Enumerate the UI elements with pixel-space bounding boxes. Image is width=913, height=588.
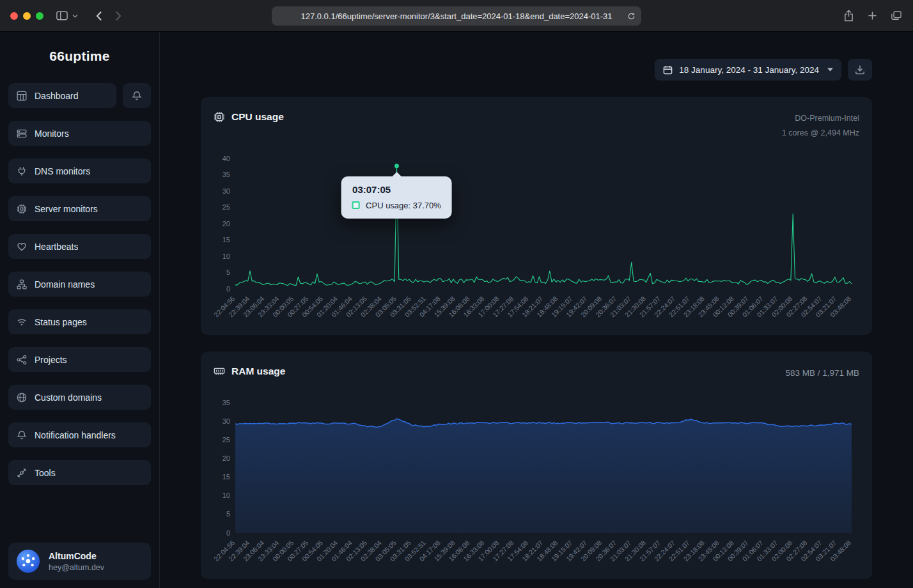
sidebar-item-label: Monitors — [35, 128, 69, 139]
signal-icon — [17, 317, 27, 327]
sidebar-nav: DashboardMonitorsDNS monitorsServer moni… — [8, 83, 151, 485]
back-button[interactable] — [96, 11, 102, 21]
svg-text:35: 35 — [222, 171, 230, 178]
cpu-chip-icon — [214, 111, 225, 123]
address-bar[interactable]: 127.0.0.1/66uptime/server-monitor/3&star… — [272, 6, 641, 26]
cpu-usage-card: CPU usage DO-Premium-Intel 1 cores @ 2,4… — [201, 97, 872, 335]
sidebar: 66uptime DashboardMonitorsDNS monitorsSe… — [0, 32, 160, 588]
svg-text:35: 35 — [222, 399, 230, 406]
account-name: AltumCode — [49, 551, 104, 561]
svg-text:0: 0 — [226, 285, 230, 293]
server-plan: DO-Premium-Intel — [782, 111, 859, 126]
ram-chart-area: 0510152025303522:04:5622:39:0423:06:0423… — [214, 392, 859, 576]
plug-icon — [17, 166, 27, 176]
zoom-window-button[interactable] — [36, 12, 43, 20]
svg-text:15: 15 — [222, 473, 230, 481]
grid-icon — [17, 91, 27, 101]
nodes-icon — [17, 355, 27, 365]
server-specs: DO-Premium-Intel 1 cores @ 2,494 MHz — [782, 111, 859, 141]
svg-text:5: 5 — [226, 268, 230, 276]
main-content: 18 January, 2024 - 31 January, 2024 CPU … — [160, 32, 913, 588]
share-button[interactable] — [844, 10, 854, 22]
chip-icon — [17, 204, 27, 214]
date-range-label: 18 January, 2024 - 31 January, 2024 — [679, 65, 819, 75]
memory-icon — [214, 366, 225, 377]
close-window-button[interactable] — [10, 12, 18, 20]
svg-text:25: 25 — [222, 436, 230, 444]
sidebar-item-heartbeats[interactable]: Heartbeats — [8, 234, 151, 259]
tooltip-value: CPU usage: 37.70% — [366, 201, 441, 210]
account-info: AltumCode hey@altum.dev — [49, 551, 104, 572]
account-email: hey@altum.dev — [49, 563, 104, 572]
toolbar: 18 January, 2024 - 31 January, 2024 — [201, 59, 872, 81]
calendar-icon — [663, 65, 673, 75]
sidebar-toggle-button[interactable] — [56, 11, 68, 20]
cpu-chart-area: 051015202530354022:04:5622:39:0423:06:04… — [214, 148, 859, 332]
chrome-actions — [844, 10, 901, 22]
ram-total: 583 MB / 1,971 MB — [785, 366, 859, 382]
download-button[interactable] — [848, 59, 872, 81]
chart-tooltip: 03:07:05 CPU usage: 37.70% — [341, 176, 452, 219]
cpu-usage-chart[interactable]: 051015202530354022:04:5622:39:0423:06:04… — [214, 148, 859, 332]
brand: 66uptime — [8, 49, 151, 64]
tooltip-time: 03:07:05 — [352, 184, 441, 195]
sidebar-item-label: DNS monitors — [35, 166, 90, 176]
altumcode-logo-icon — [16, 549, 40, 573]
sidebar-item-label: Notification handlers — [35, 430, 116, 440]
globe-icon — [17, 392, 27, 403]
sidebar-item-server-monitors[interactable]: Server monitors — [8, 196, 151, 221]
cpu-series-swatch — [352, 201, 360, 209]
url-text: 127.0.0.1/66uptime/server-monitor/3&star… — [300, 12, 612, 21]
notifications-button[interactable] — [123, 83, 151, 108]
sidebar-item-label: Status pages — [35, 317, 87, 327]
sidebar-item-custom-domains[interactable]: Custom domains — [8, 385, 151, 410]
caret-down-icon — [827, 68, 833, 72]
tab-overview-button[interactable] — [891, 10, 901, 22]
sidebar-item-notification-handlers[interactable]: Notification handlers — [8, 422, 151, 447]
date-range-picker[interactable]: 18 January, 2024 - 31 January, 2024 — [655, 59, 841, 81]
browser-chrome: 127.0.0.1/66uptime/server-monitor/3&star… — [0, 0, 913, 32]
svg-text:25: 25 — [222, 203, 230, 211]
sidebar-item-label: Dashboard — [35, 91, 79, 101]
svg-text:5: 5 — [226, 511, 230, 518]
sidebar-item-dns-monitors[interactable]: DNS monitors — [8, 159, 151, 183]
sidebar-item-label: Domain names — [35, 279, 95, 290]
monitors-icon — [17, 128, 27, 139]
sidebar-item-monitors[interactable]: Monitors — [8, 121, 151, 146]
sitemap-icon — [17, 279, 27, 290]
sidebar-item-projects[interactable]: Projects — [8, 347, 151, 372]
svg-text:10: 10 — [222, 252, 230, 260]
sidebar-item-label: Tools — [35, 468, 56, 478]
bell-icon — [17, 430, 27, 440]
download-icon — [855, 65, 865, 75]
new-tab-button[interactable] — [868, 10, 877, 22]
reload-button[interactable] — [627, 12, 636, 20]
svg-text:20: 20 — [222, 220, 230, 228]
svg-text:20: 20 — [222, 454, 230, 462]
tools-icon — [17, 468, 27, 478]
cpu-card-title: CPU usage — [231, 111, 284, 123]
sidebar-item-label: Server monitors — [35, 204, 98, 214]
svg-text:15: 15 — [222, 236, 230, 244]
sidebar-item-dashboard[interactable]: Dashboard — [8, 83, 116, 108]
ram-card-title: RAM usage — [231, 366, 285, 377]
heart-icon — [17, 242, 27, 252]
ram-usage-card: RAM usage 583 MB / 1,971 MB 051015202530… — [201, 352, 872, 579]
sidebar-item-status-pages[interactable]: Status pages — [8, 309, 151, 334]
svg-text:40: 40 — [222, 155, 230, 162]
chevron-down-icon[interactable] — [72, 14, 78, 18]
account-card[interactable]: AltumCode hey@altum.dev — [8, 543, 151, 580]
minimize-window-button[interactable] — [23, 12, 31, 20]
bell-icon — [132, 91, 142, 101]
svg-text:30: 30 — [222, 417, 230, 425]
sidebar-item-label: Projects — [35, 355, 67, 365]
svg-text:30: 30 — [222, 187, 230, 195]
sidebar-item-label: Custom domains — [35, 392, 102, 403]
sidebar-item-tools[interactable]: Tools — [8, 460, 151, 485]
ram-usage-chart[interactable]: 0510152025303522:04:5622:39:0423:06:0423… — [214, 392, 859, 576]
window-controls — [10, 12, 43, 20]
sidebar-item-domain-names[interactable]: Domain names — [8, 272, 151, 297]
forward-button[interactable] — [115, 11, 121, 21]
svg-text:10: 10 — [222, 491, 230, 499]
svg-text:0: 0 — [226, 529, 230, 537]
